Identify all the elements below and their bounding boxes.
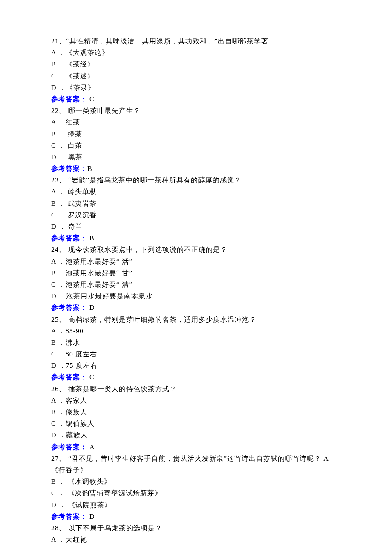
question-text-body: 擂茶是哪一类人的特色饮茶方式？ — [66, 385, 177, 393]
option: A ．《大观茶论》 — [51, 47, 341, 58]
question-23: 23、 “岩韵”是指乌龙茶中的哪一茶种所具有的醇厚的感觉？ — [51, 174, 341, 186]
option: B ．傣族人 — [51, 406, 341, 418]
option: A ． 岭头单枞 — [51, 186, 341, 197]
option: C ． 《次韵曹辅寄壑源试焙新芽》 — [51, 487, 341, 499]
option: B ．泡茶用水最好要“ 甘” — [51, 267, 341, 279]
option: 《行香子》 — [51, 464, 341, 476]
option: A ．85-90 — [51, 325, 341, 337]
answer-line: 参考答案： C — [51, 371, 341, 383]
option: D ． 《试院煎茶》 — [51, 499, 341, 511]
answer-label: 参考答案： — [51, 165, 87, 172]
option: C ．80 度左右 — [51, 348, 341, 360]
question-num: 22、 — [51, 107, 66, 114]
question-26: 26、 擂茶是哪一类人的特色饮茶方式？ — [51, 383, 341, 395]
answer-line: 参考答案： B — [51, 232, 341, 244]
answer-line: 参考答案： A — [51, 441, 341, 453]
answer-line: 参考答案： D — [51, 511, 341, 522]
answer-line: 参考答案： C — [51, 93, 341, 105]
answer-value: A — [87, 443, 95, 451]
option: B ．《茶经》 — [51, 58, 341, 70]
option: C ．泡茶用水最好要“ 清” — [51, 279, 341, 290]
question-num: 21、 — [51, 38, 66, 45]
option: C ．锡伯族人 — [51, 418, 341, 429]
option: C ． 白茶 — [51, 140, 341, 151]
answer-value: D — [87, 304, 95, 311]
answer-label: 参考答案： — [51, 513, 87, 520]
question-num: 25、 — [51, 316, 66, 323]
question-text-body: 高档绿茶，特别是芽叶细嫩的名茶，适用多少度水温冲泡？ — [66, 316, 257, 323]
option: D ． 奇兰 — [51, 221, 341, 232]
option: B ． 绿茶 — [51, 128, 341, 140]
option: A ．红茶 — [51, 116, 341, 128]
question-text-body: 以下不属于乌龙茶的选项是？ — [66, 524, 162, 532]
answer-line: 参考答案： D — [51, 302, 341, 313]
question-num: 23、 — [51, 176, 66, 184]
question-21: 21、“其性精清，其味淡洁，其用涤烦，其功致和。”出自哪部茶学著 — [51, 35, 341, 47]
option: B ． 武夷岩茶 — [51, 198, 341, 209]
option: B ． 《水调歌头》 — [51, 476, 341, 487]
question-text-body: “其性精清，其味淡洁，其用涤烦，其功致和。”出自哪部茶学著 — [66, 38, 268, 45]
option: A ．客家人 — [51, 395, 341, 406]
option: D ． 黑茶 — [51, 151, 341, 163]
answer-value: C — [87, 373, 95, 381]
answer-value: B — [87, 165, 92, 172]
question-text-body: 现今饮茶取水要点中，下列选项说的不正确的是？ — [66, 246, 228, 253]
page-content: 21、“其性精清，其味淡洁，其用涤烦，其功致和。”出自哪部茶学著 A ．《大观茶… — [0, 0, 392, 555]
option: D ．《茶录》 — [51, 82, 341, 93]
question-text-body: 哪一类茶叶最先产生？ — [66, 107, 141, 114]
question-22: 22、 哪一类茶叶最先产生？ — [51, 105, 341, 116]
question-25: 25、 高档绿茶，特别是芽叶细嫩的名茶，适用多少度水温冲泡？ — [51, 314, 341, 325]
option: A ．大红袍 — [51, 534, 341, 545]
question-24: 24、 现今饮茶取水要点中，下列选项说的不正确的是？ — [51, 244, 341, 255]
question-27: 27、 “君不见，昔时李生好客手自煎，贵从活火发新泉”这首诗出自苏轼的哪首诗呢？… — [51, 453, 341, 464]
question-num: 27、 — [51, 455, 66, 462]
answer-label: 参考答案： — [51, 304, 87, 311]
answer-label: 参考答案： — [51, 234, 87, 242]
question-num: 26、 — [51, 385, 66, 393]
option: A ．泡茶用水最好要“ 活” — [51, 256, 341, 267]
question-num: 28、 — [51, 524, 66, 532]
answer-label: 参考答案： — [51, 95, 87, 103]
option: D ．泡茶用水最好要是南零泉水 — [51, 290, 341, 302]
question-28: 28、 以下不属于乌龙茶的选项是？ — [51, 522, 341, 534]
question-text-body: “君不见，昔时李生好客手自煎，贵从活火发新泉”这首诗出自苏轼的哪首诗呢？ A ． — [66, 455, 338, 462]
answer-label: 参考答案： — [51, 373, 87, 381]
option: C ．《茶述》 — [51, 70, 341, 82]
option: D ．藏族人 — [51, 429, 341, 441]
question-text-body: “岩韵”是指乌龙茶中的哪一茶种所具有的醇厚的感觉？ — [66, 176, 242, 184]
answer-value: C — [87, 95, 95, 103]
answer-value: B — [87, 234, 95, 242]
question-num: 24、 — [51, 246, 66, 253]
answer-value: D — [87, 513, 95, 520]
option: B ．沸水 — [51, 337, 341, 348]
answer-line: 参考答案：B — [51, 163, 341, 174]
option: D ．75 度左右 — [51, 360, 341, 371]
option: C ． 罗汉沉香 — [51, 209, 341, 221]
answer-label: 参考答案： — [51, 443, 87, 451]
